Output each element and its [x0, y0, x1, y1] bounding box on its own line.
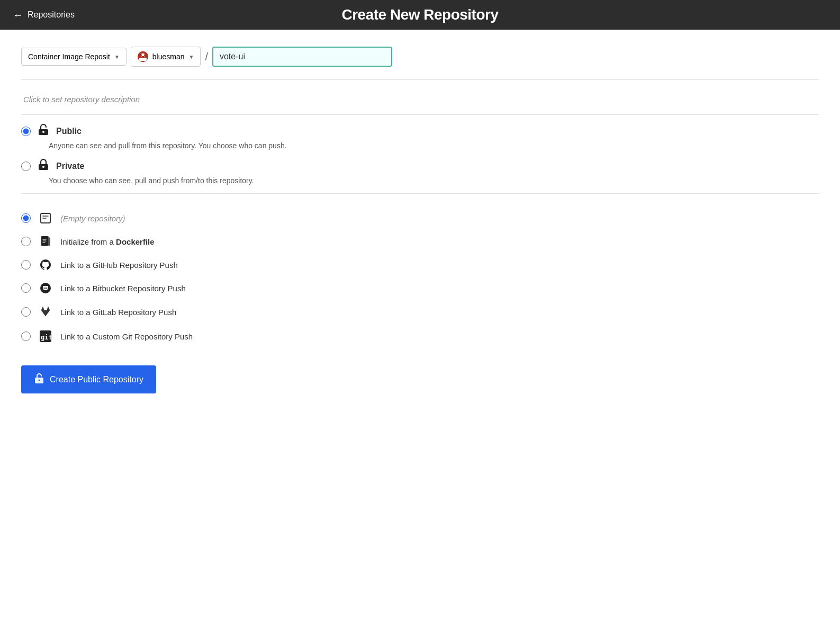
divider-1 [21, 79, 819, 80]
svg-point-9 [42, 166, 44, 168]
init-option-custom-git: git Link to a Custom Git Repository Push [21, 324, 819, 348]
create-public-repo-button[interactable]: Create Public Repository [21, 365, 156, 393]
public-label: Public [56, 127, 82, 136]
svg-rect-4 [144, 55, 145, 56]
repo-name-input[interactable] [212, 47, 392, 67]
svg-rect-3 [141, 55, 142, 56]
path-separator: / [205, 51, 208, 63]
repo-name-row: Container Image Reposit ▼ bluesman ▼ / [21, 47, 819, 67]
private-radio[interactable] [21, 162, 31, 171]
init-radio-dockerfile[interactable] [21, 237, 31, 246]
svg-rect-13 [48, 238, 50, 246]
init-option-gitlab: Link to a GitLab Repository Push [21, 300, 819, 324]
public-option: Public Anyone can see and pull from this… [21, 123, 819, 150]
dockerfile-icon [38, 235, 53, 248]
bitbucket-label: Link to a Bitbucket Repository Push [60, 284, 186, 293]
repo-type-arrow-icon: ▼ [114, 54, 120, 60]
gitlab-icon [38, 305, 53, 319]
svg-text:git: git [41, 334, 52, 341]
svg-point-7 [42, 131, 44, 133]
back-label: Repositories [28, 10, 75, 20]
divider-2 [21, 114, 819, 115]
custom-git-label: Link to a Custom Git Repository Push [60, 332, 193, 341]
visibility-section: Public Anyone can see and pull from this… [21, 123, 819, 185]
dockerfile-label: Initialize from a Dockerfile [60, 237, 155, 246]
init-radio-empty[interactable] [21, 213, 31, 223]
public-radio-header: Public [21, 123, 819, 139]
private-option: Private You choose who can see, pull and… [21, 158, 819, 185]
page-header: ← Repositories Create New Repository [0, 0, 840, 30]
init-option-bitbucket: Link to a Bitbucket Repository Push [21, 276, 819, 300]
svg-point-18 [39, 380, 40, 381]
divider-3 [21, 193, 819, 194]
init-option-empty: (Empty repository) [21, 207, 819, 230]
public-lock-icon [37, 123, 50, 139]
bitbucket-icon [38, 282, 53, 294]
public-desc: Anyone can see and pull from this reposi… [49, 141, 819, 150]
back-button[interactable]: ← Repositories [13, 9, 75, 21]
private-radio-header: Private [21, 158, 819, 174]
empty-repo-label: (Empty repository) [60, 214, 125, 223]
init-option-github: Link to a GitHub Repository Push [21, 253, 819, 276]
public-radio[interactable] [21, 127, 31, 136]
private-label: Private [56, 162, 84, 171]
init-radio-custom[interactable] [21, 332, 31, 341]
description-field[interactable]: Click to set repository description [21, 88, 819, 110]
empty-repo-icon [38, 212, 53, 225]
svg-marker-12 [48, 236, 50, 238]
private-lock-icon [37, 158, 50, 174]
owner-dropdown[interactable]: bluesman ▼ [131, 47, 201, 67]
owner-label: bluesman [152, 52, 185, 61]
repo-type-label: Container Image Reposit [28, 52, 110, 61]
owner-arrow-icon: ▼ [188, 54, 194, 60]
page-title: Create New Repository [341, 6, 498, 23]
main-content: Container Image Reposit ▼ bluesman ▼ / C [0, 30, 840, 627]
gitlab-label: Link to a GitLab Repository Push [60, 308, 176, 317]
svg-rect-2 [139, 58, 147, 61]
init-radio-gitlab[interactable] [21, 307, 31, 317]
private-desc: You choose who can see, pull and push fr… [49, 176, 819, 185]
github-icon [38, 258, 53, 271]
init-option-dockerfile: Initialize from a Dockerfile [21, 230, 819, 253]
init-section: (Empty repository) Initialize from a Doc… [21, 207, 819, 348]
back-arrow-icon: ← [13, 9, 23, 21]
repo-type-dropdown[interactable]: Container Image Reposit ▼ [21, 48, 127, 66]
github-label: Link to a GitHub Repository Push [60, 261, 178, 270]
owner-avatar [138, 51, 148, 62]
create-repo-icon [34, 373, 44, 386]
custom-git-icon: git [38, 329, 53, 343]
svg-rect-5 [142, 56, 144, 57]
create-repo-label: Create Public Repository [50, 375, 143, 384]
init-radio-bitbucket[interactable] [21, 283, 31, 293]
init-radio-github[interactable] [21, 260, 31, 270]
